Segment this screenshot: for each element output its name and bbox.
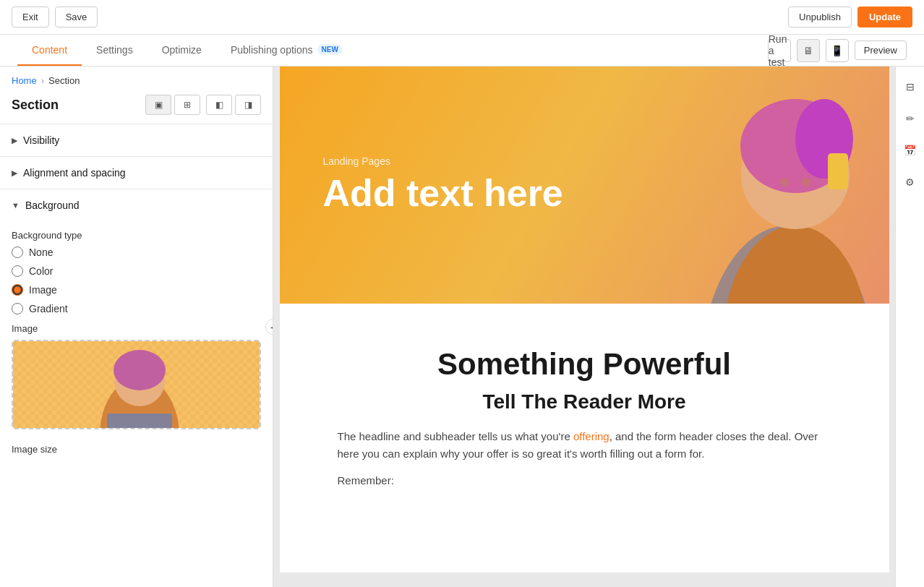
alignment-header[interactable]: ▶ Alignment and spacing bbox=[0, 157, 273, 189]
tab-content[interactable]: Content bbox=[17, 35, 82, 66]
save-button[interactable]: Save bbox=[55, 7, 98, 27]
bg-type-gradient-label: Gradient bbox=[29, 303, 68, 314]
background-caret-icon: ▼ bbox=[12, 201, 20, 210]
background-type-label: Background type bbox=[0, 221, 273, 247]
sidebar-edit-icon[interactable]: ✏ bbox=[899, 107, 922, 130]
image-size-label: Image size bbox=[0, 438, 273, 458]
section-header: Section ▣ ⊞ ◧ ◨ bbox=[0, 92, 273, 124]
svg-point-11 bbox=[723, 226, 868, 304]
exit-button[interactable]: Exit bbox=[12, 7, 49, 27]
visibility-label: Visibility bbox=[23, 134, 59, 146]
alignment-caret-icon: ▶ bbox=[12, 168, 17, 178]
publishing-tab-label: Publishing options bbox=[231, 44, 313, 56]
breadcrumb-home[interactable]: Home bbox=[12, 75, 37, 86]
unpublish-button[interactable]: Unpublish bbox=[788, 7, 852, 27]
bg-type-gradient[interactable]: Gradient bbox=[12, 303, 261, 314]
image-preview bbox=[13, 341, 260, 428]
layout-single-button[interactable]: ▣ bbox=[145, 95, 171, 115]
visibility-header[interactable]: ▶ Visibility bbox=[0, 124, 273, 156]
top-bar-right: Unpublish Update bbox=[788, 7, 912, 27]
bg-type-color-label: Color bbox=[29, 265, 53, 277]
background-header[interactable]: ▼ Background bbox=[0, 189, 273, 221]
top-bar-left: Exit Save bbox=[12, 7, 98, 27]
align-left-button[interactable]: ◧ bbox=[206, 95, 232, 115]
right-sidebar: ⊟ ✏ 📅 ⚙ bbox=[895, 67, 924, 587]
content-title: Something Powerful bbox=[338, 347, 831, 382]
desktop-view-icon[interactable]: 🖥 bbox=[797, 39, 820, 62]
preview-button[interactable]: Preview bbox=[855, 40, 907, 60]
section-title: Section bbox=[12, 98, 59, 113]
bg-type-none-label: None bbox=[29, 247, 53, 258]
new-badge: NEW bbox=[317, 44, 343, 55]
breadcrumb: Home › Section bbox=[0, 67, 273, 92]
bg-type-none-radio[interactable] bbox=[12, 247, 23, 258]
sidebar-layers-icon[interactable]: ⊟ bbox=[899, 75, 922, 98]
bg-type-image[interactable]: Image bbox=[12, 284, 261, 296]
mobile-view-icon[interactable]: 📱 bbox=[826, 39, 849, 62]
bg-type-color-radio[interactable] bbox=[12, 265, 23, 277]
main-layout: Home › Section Section ▣ ⊞ ◧ ◨ ▶ Visi bbox=[0, 67, 924, 587]
svg-point-16 bbox=[802, 178, 810, 187]
content-remember: Remember: bbox=[338, 474, 831, 487]
bg-type-gradient-radio[interactable] bbox=[12, 303, 23, 314]
bg-type-image-label: Image bbox=[29, 284, 57, 296]
layout-toggle: ▣ ⊞ bbox=[145, 95, 200, 115]
update-button[interactable]: Update bbox=[857, 7, 912, 27]
background-type-radio-group: None Color Image Gradient bbox=[0, 247, 273, 314]
background-section: ▼ Background Background type None Color … bbox=[0, 189, 273, 458]
nav-tabs: Content Settings Optimize Publishing opt… bbox=[0, 35, 924, 67]
svg-rect-17 bbox=[828, 153, 848, 189]
top-bar: Exit Save Unpublish Update bbox=[0, 0, 924, 35]
layout-columns-button[interactable]: ⊞ bbox=[174, 95, 200, 115]
svg-rect-9 bbox=[107, 414, 172, 428]
bg-type-image-radio[interactable] bbox=[12, 284, 23, 296]
content-body-before-link: The headline and subheader tells us what… bbox=[338, 430, 573, 442]
nav-right-icons: Run a test 🖥 📱 Preview bbox=[768, 39, 907, 62]
align-toggle: ◧ ◨ bbox=[206, 95, 261, 115]
visibility-caret-icon: ▶ bbox=[12, 136, 17, 145]
align-right-button[interactable]: ◨ bbox=[235, 95, 261, 115]
breadcrumb-current: Section bbox=[48, 75, 80, 86]
run-test-label: Run a test bbox=[769, 33, 790, 68]
alignment-label: Alignment and spacing bbox=[23, 167, 126, 179]
content-section: Something Powerful Tell The Reader More … bbox=[280, 304, 889, 530]
page-canvas: Landing Pages Add text here bbox=[280, 67, 889, 573]
run-test-button[interactable]: Run a test bbox=[768, 39, 791, 62]
alignment-section: ▶ Alignment and spacing bbox=[0, 156, 273, 189]
tab-publishing[interactable]: Publishing options NEW bbox=[216, 35, 357, 66]
svg-point-8 bbox=[114, 350, 166, 390]
background-label: Background bbox=[25, 200, 80, 211]
canvas-area: Landing Pages Add text here bbox=[273, 67, 895, 587]
svg-point-15 bbox=[780, 178, 789, 187]
content-body: The headline and subheader tells us what… bbox=[338, 428, 831, 463]
bg-type-color[interactable]: Color bbox=[12, 265, 261, 277]
tab-settings[interactable]: Settings bbox=[82, 35, 147, 66]
sidebar-settings-icon[interactable]: ⚙ bbox=[899, 171, 922, 194]
hero-section: Landing Pages Add text here bbox=[280, 67, 889, 304]
breadcrumb-separator: › bbox=[41, 75, 44, 86]
content-link[interactable]: offering bbox=[573, 430, 609, 442]
tab-optimize[interactable]: Optimize bbox=[147, 35, 216, 66]
bg-type-none[interactable]: None bbox=[12, 247, 261, 258]
content-subtitle: Tell The Reader More bbox=[338, 390, 831, 414]
hero-subtitle: Landing Pages bbox=[323, 155, 563, 167]
visibility-section: ▶ Visibility bbox=[0, 124, 273, 156]
image-preview-container[interactable] bbox=[12, 340, 261, 429]
hero-content: Landing Pages Add text here bbox=[280, 127, 607, 243]
image-label: Image bbox=[0, 314, 273, 340]
left-panel: Home › Section Section ▣ ⊞ ◧ ◨ ▶ Visi bbox=[0, 67, 273, 587]
hero-title: Add text here bbox=[323, 173, 563, 214]
sidebar-calendar-icon[interactable]: 📅 bbox=[899, 139, 922, 162]
